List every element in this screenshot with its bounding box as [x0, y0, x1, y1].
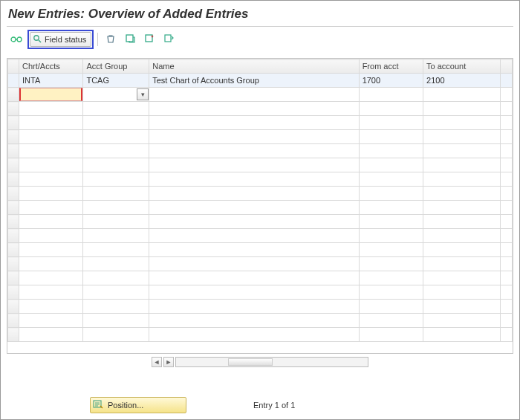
- table-row[interactable]: [8, 229, 513, 243]
- empty-cell[interactable]: [149, 88, 359, 102]
- table-row[interactable]: [8, 257, 513, 271]
- table-row[interactable]: [8, 201, 513, 215]
- scroll-thumb[interactable]: [228, 358, 273, 366]
- table-row[interactable]: [8, 328, 513, 342]
- toolbar-separator: [97, 33, 98, 46]
- delete-button[interactable]: [102, 31, 120, 48]
- vscroll-cell: [500, 74, 512, 88]
- f4-help-button[interactable]: ▾: [137, 88, 149, 100]
- field-status-button[interactable]: Field status: [30, 32, 91, 47]
- svg-rect-4: [146, 35, 152, 42]
- table-row[interactable]: INTA TCAG Test Chart of Accounts Group 1…: [8, 74, 513, 88]
- data-table-container: Chrt/Accts Acct Group Name From acct To …: [7, 58, 513, 354]
- chevron-left-icon: ◄: [154, 359, 160, 366]
- row-selector[interactable]: [8, 74, 19, 88]
- select-all-button[interactable]: [121, 31, 139, 48]
- scroll-right-button[interactable]: ►: [163, 357, 174, 367]
- cell-acctgroup[interactable]: TCAG: [83, 74, 149, 88]
- table-row[interactable]: [8, 187, 513, 201]
- table-row[interactable]: [8, 116, 513, 130]
- col-scroll-header: [500, 59, 512, 74]
- deselect-icon: [144, 33, 155, 45]
- magnifier-icon: [33, 34, 42, 45]
- position-button[interactable]: Position...: [90, 397, 186, 413]
- table-row[interactable]: [8, 314, 513, 328]
- footer: Position... Entry 1 of 1: [1, 397, 519, 413]
- position-label: Position...: [108, 401, 143, 410]
- table-row[interactable]: [8, 172, 513, 187]
- toolbar: Field status: [1, 30, 519, 54]
- col-name-header[interactable]: Name: [149, 59, 359, 74]
- row-selector[interactable]: [8, 88, 19, 102]
- f4-icon: ▾: [141, 91, 145, 98]
- table-row[interactable]: [8, 158, 513, 172]
- col-selector-header[interactable]: [8, 59, 19, 74]
- cell-from[interactable]: 1700: [359, 74, 423, 88]
- table-row[interactable]: [8, 243, 513, 257]
- table-row[interactable]: [8, 130, 513, 144]
- col-fromacct-header[interactable]: From acct: [359, 59, 423, 74]
- svg-point-2: [34, 35, 39, 39]
- col-acctgroup-header[interactable]: Acct Group: [83, 59, 149, 74]
- chevron-right-icon: ►: [166, 359, 172, 366]
- glasses-icon: [10, 34, 22, 45]
- chart-input[interactable]: [19, 88, 82, 101]
- table-row[interactable]: [8, 144, 513, 158]
- field-status-label: Field status: [45, 35, 86, 44]
- select-all-icon: [125, 33, 135, 45]
- table-row[interactable]: [8, 215, 513, 229]
- page-title: New Entries: Overview of Added Entries: [1, 1, 519, 26]
- cell-to[interactable]: 2100: [423, 74, 501, 88]
- empty-cell[interactable]: [359, 88, 423, 102]
- cell-chart[interactable]: INTA: [19, 74, 82, 88]
- deselect-all-button[interactable]: [140, 31, 158, 48]
- table-row[interactable]: [8, 285, 513, 300]
- config-button[interactable]: [160, 31, 178, 48]
- divider: [7, 26, 513, 27]
- data-table: Chrt/Accts Acct Group Name From acct To …: [7, 59, 513, 342]
- position-icon: [93, 399, 103, 411]
- table-row[interactable]: [8, 102, 513, 116]
- col-chart-header[interactable]: Chrt/Accts: [19, 59, 82, 74]
- table-row[interactable]: [8, 300, 513, 314]
- horizontal-scrollbar[interactable]: ◄ ►: [7, 357, 513, 367]
- scroll-track[interactable]: [175, 357, 368, 367]
- acct-f4-cell[interactable]: ▾: [83, 88, 149, 102]
- col-toacct-header[interactable]: To account: [423, 59, 501, 74]
- glasses-detail-button[interactable]: [7, 31, 26, 48]
- field-status-highlight: Field status: [27, 30, 94, 49]
- table-row[interactable]: ▾: [8, 88, 513, 102]
- trash-icon: [105, 33, 116, 45]
- empty-cell[interactable]: [423, 88, 501, 102]
- svg-point-1: [17, 37, 22, 42]
- scroll-left-button[interactable]: ◄: [152, 357, 162, 367]
- svg-rect-3: [126, 35, 133, 42]
- chart-input-cell[interactable]: [19, 88, 82, 102]
- svg-rect-5: [165, 35, 171, 42]
- config-icon: [163, 33, 174, 45]
- vscroll-cell: [500, 88, 512, 102]
- cell-name[interactable]: Test Chart of Accounts Group: [149, 74, 359, 88]
- entry-count-label: Entry 1 of 1: [253, 401, 295, 410]
- table-row[interactable]: [8, 271, 513, 285]
- svg-point-0: [11, 37, 16, 42]
